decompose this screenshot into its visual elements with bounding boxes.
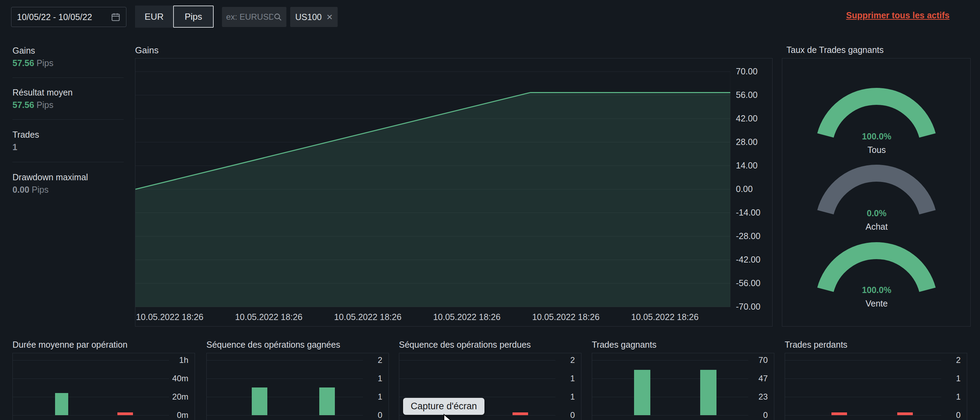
- bar-red: [897, 412, 913, 415]
- h-gridline: [399, 415, 555, 415]
- y-axis-tick: 1: [941, 392, 961, 402]
- gauge-label-vente: Vente: [782, 299, 971, 309]
- y-axis-tick: 42.00: [736, 114, 758, 124]
- stat-value: 57.56 Pips: [13, 100, 53, 110]
- mouse-cursor-icon: [443, 414, 455, 420]
- gauge-value-achat: 0.0%: [782, 208, 971, 218]
- y-axis-tick: 1: [555, 392, 575, 402]
- h-gridline: [207, 415, 363, 415]
- h-gridline: [207, 379, 363, 379]
- h-gridline: [399, 379, 555, 379]
- bar-red: [118, 412, 133, 415]
- y-axis-tick: 2: [555, 355, 575, 365]
- h-gridline: [785, 379, 941, 379]
- y-axis-tick: 0: [555, 410, 575, 420]
- h-gridline: [13, 415, 169, 415]
- asset-search-box[interactable]: [222, 7, 286, 27]
- y-axis-tick: 0: [363, 410, 382, 420]
- stat-label: Trades: [13, 130, 39, 140]
- stat-value: 1: [13, 142, 18, 152]
- asset-chip-label: US100: [295, 12, 322, 22]
- h-gridline: [785, 397, 941, 397]
- gauge-value-tous: 100.0%: [782, 132, 971, 141]
- y-axis-tick: -56.00: [736, 278, 760, 288]
- chip-close-icon[interactable]: ×: [326, 12, 333, 22]
- bar-green: [634, 370, 650, 415]
- mini-chart-title-losing-trades: Trades perdants: [785, 340, 847, 350]
- y-axis-tick: 70.00: [736, 67, 758, 76]
- y-axis-tick: -42.00: [736, 255, 760, 265]
- unit-pips-button-selected[interactable]: Pips: [173, 6, 214, 28]
- y-axis-tick: 0m: [169, 410, 188, 420]
- y-axis-tick: 1: [555, 374, 575, 384]
- gauge-value-vente: 100.0%: [782, 285, 971, 295]
- y-axis-tick: 1h: [169, 355, 188, 365]
- stat-value-unit: Pips: [34, 100, 54, 110]
- bar-green: [252, 387, 267, 415]
- stat-label: Gains: [13, 46, 35, 56]
- x-axis-tick: 10.05.2022 18:26: [532, 312, 600, 322]
- date-range-value: 10/05/22 - 10/05/22: [17, 12, 92, 22]
- bar-red: [832, 412, 847, 415]
- mini-chart-title-winning-trades: Trades gagnants: [592, 340, 657, 350]
- clear-assets-link[interactable]: Supprimer tous les actifs: [846, 10, 950, 21]
- stat-value-unit: Pips: [34, 58, 54, 68]
- h-gridline: [207, 397, 363, 397]
- stat-label: Résultat moyen: [13, 87, 73, 98]
- y-axis-tick: 1: [941, 374, 961, 384]
- asset-chip-us100[interactable]: US100 ×: [290, 7, 337, 27]
- y-axis-tick: 47: [748, 374, 768, 384]
- y-axis-tick: 40m: [169, 374, 188, 384]
- h-gridline: [592, 397, 748, 397]
- stat-divider: [13, 78, 124, 78]
- y-axis-tick: 1: [363, 392, 382, 402]
- gains-area-fill: [135, 92, 730, 307]
- capture-tooltip: Capture d'écran: [403, 398, 484, 415]
- gauge-label-tous: Tous: [782, 145, 971, 155]
- y-axis-tick: -14.00: [736, 208, 760, 218]
- winrate-gauges-panel: 100.0% Tous 0.0% Achat 100.0% Vente: [782, 58, 970, 326]
- y-axis-tick: 56.00: [736, 90, 758, 100]
- bar-red: [512, 412, 528, 415]
- trading-stats-dashboard: 10/05/22 - 10/05/22 EUR Pips US100 × Sup…: [0, 0, 980, 420]
- x-axis-tick: 10.05.2022 18:26: [631, 312, 699, 322]
- bar-green: [700, 370, 716, 415]
- y-axis-tick: 70: [748, 355, 768, 365]
- h-gridline: [399, 397, 555, 397]
- gains-chart-panel: 70.0056.0042.0028.0014.000.00-14.00-28.0…: [135, 58, 773, 326]
- y-axis-tick: 2: [363, 355, 382, 365]
- x-axis-tick: 10.05.2022 18:26: [235, 312, 303, 322]
- stat-value-number: 0.00: [13, 185, 29, 195]
- h-gridline: [592, 415, 748, 415]
- h-gridline: [785, 415, 941, 415]
- y-axis-tick: -28.00: [736, 231, 760, 241]
- mini-chart-win-streak: 2110: [207, 353, 389, 420]
- date-range-input[interactable]: 10/05/22 - 10/05/22: [11, 7, 126, 27]
- h-gridline: [13, 397, 169, 397]
- y-axis-tick: 28.00: [736, 137, 758, 147]
- stat-label: Drawdown maximal: [13, 172, 88, 182]
- x-axis-tick: 10.05.2022 18:26: [136, 312, 204, 322]
- y-axis-tick: 1: [363, 374, 382, 384]
- h-gridline: [592, 379, 748, 379]
- mini-chart-title-loss-streak: Séquence des opérations perdues: [399, 340, 531, 350]
- y-axis-tick: 23: [748, 392, 768, 402]
- mini-chart-title-win-streak: Séquence des opérations gagnées: [207, 340, 340, 350]
- currency-eur-button[interactable]: EUR: [135, 6, 173, 28]
- bar-green: [319, 387, 335, 415]
- y-axis-tick: 0: [748, 410, 768, 420]
- stat-value-number: 57.56: [13, 58, 34, 68]
- y-axis-tick: -70.00: [736, 302, 760, 312]
- y-axis-tick: 0.00: [736, 184, 753, 194]
- calendar-icon[interactable]: [111, 12, 121, 22]
- y-axis-tick: 20m: [169, 392, 188, 402]
- stat-divider: [13, 119, 124, 120]
- asset-search-input[interactable]: [226, 12, 273, 22]
- gains-area-chart: [135, 59, 730, 327]
- main-chart-title: Gains: [135, 45, 159, 56]
- y-axis-tick: 14.00: [736, 160, 758, 171]
- stat-value-number: 1: [13, 142, 18, 152]
- mini-chart-winning-trades: 7047230: [592, 353, 774, 420]
- y-axis-tick: 0: [941, 410, 961, 420]
- stat-value-number: 57.56: [13, 100, 34, 110]
